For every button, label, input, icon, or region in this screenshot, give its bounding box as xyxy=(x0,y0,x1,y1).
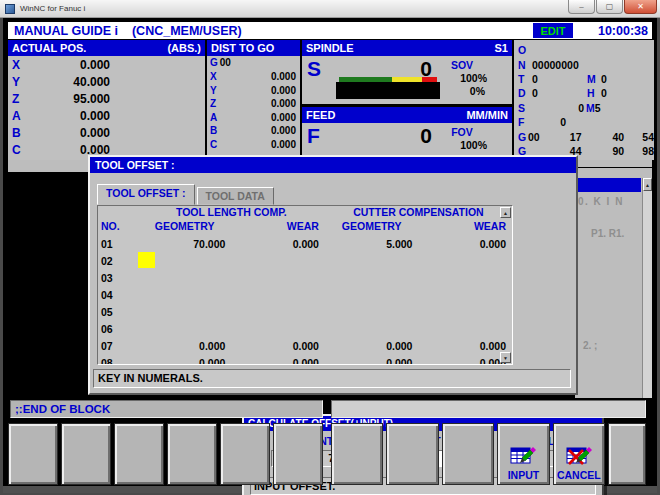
axis-letter: Y xyxy=(12,75,28,89)
softkey-blank-button[interactable] xyxy=(386,423,438,485)
window-title: WinNC for Fanuc i xyxy=(20,4,85,13)
dialog-title: TOOL OFFSET : xyxy=(90,157,576,173)
tab-tool-data[interactable]: TOOL DATA xyxy=(197,187,274,205)
softkey-blank-button[interactable] xyxy=(331,423,383,485)
o-label: O xyxy=(518,44,532,56)
softkey-input-button[interactable]: INPUT xyxy=(497,423,549,485)
softkey-blank-button[interactable] xyxy=(273,423,323,485)
m5-letter: M xyxy=(586,102,595,114)
axis-value: 0.000 xyxy=(220,71,300,82)
h-value: 0 xyxy=(601,87,607,99)
spindle-load-value: 0% xyxy=(437,85,485,97)
dist-to-go-header: DIST TO GO xyxy=(207,40,300,56)
spindle-title: SPINDLE xyxy=(306,42,354,54)
scroll-up-icon[interactable]: ▲ xyxy=(643,178,652,191)
offset-cell: 0.000 xyxy=(138,340,232,352)
softkey-blank-button[interactable] xyxy=(114,423,164,485)
table-scroll-down-icon[interactable]: ▼ xyxy=(500,352,511,363)
dialog-message: KEY IN NUMERALS. xyxy=(93,369,571,388)
clock: 10:00:38 xyxy=(584,24,648,38)
table-row[interactable]: 0170.0000.0005.0000.000 xyxy=(98,235,512,252)
g1-val-1: 40 xyxy=(582,131,625,143)
softkey-blank-button[interactable] xyxy=(608,423,646,485)
spindle-header: SPINDLE S1 xyxy=(302,40,512,56)
row-number: 05 xyxy=(98,306,138,318)
softkey-blank-button[interactable] xyxy=(61,423,111,485)
table-row[interactable]: 080.0000.0000.0000.000 xyxy=(98,354,512,365)
col-header-wear-1: WEAR xyxy=(231,220,325,235)
program-scrollbar[interactable]: ▲ xyxy=(642,178,652,398)
feed-override-label: FOV xyxy=(437,126,487,138)
softkey-cancel-button[interactable]: CANCEL xyxy=(553,423,605,485)
mode-badge: EDIT xyxy=(533,23,573,38)
col-header-geometry-1: GEOMETRY xyxy=(138,220,232,235)
axis-row: X0.000 xyxy=(8,56,205,73)
t-value: 0 xyxy=(532,73,587,85)
axis-value: 0.000 xyxy=(28,58,110,72)
row-number: 07 xyxy=(98,340,138,352)
axis-row: Y40.000 xyxy=(8,73,205,90)
feed-header: FEED MM/MIN xyxy=(302,107,512,123)
offset-cell: 0.000 xyxy=(231,340,325,352)
group-header-cutter: CUTTER COMPENSATION xyxy=(325,206,512,220)
softkey-blank-button[interactable] xyxy=(442,423,494,485)
program-window-header xyxy=(575,178,641,192)
row-number: 06 xyxy=(98,323,138,335)
table-row[interactable]: 05 xyxy=(98,303,512,320)
softkey-blank-button[interactable] xyxy=(220,423,270,485)
table-row[interactable]: 070.0000.0000.0000.000 xyxy=(98,337,512,354)
status-message-left: ;:END OF BLOCK xyxy=(10,400,323,418)
offset-cell: 0.000 xyxy=(418,340,512,352)
softkeys-right: INPUTCANCEL xyxy=(331,423,646,485)
offset-cell: 0.000 xyxy=(418,357,512,366)
axis-letter: Z xyxy=(12,92,28,106)
actual-pos-rows: X0.000Y40.000Z95.000A0.000B0.000C0.000 xyxy=(8,56,205,158)
g1-val-0: 17 xyxy=(546,131,582,143)
axis-row: Y0.000 xyxy=(207,84,300,98)
program-window: 0. K I N P1. R1. 2. ; ▲ xyxy=(575,160,652,398)
axis-row: B0.000 xyxy=(207,124,300,138)
axis-value: 0.000 xyxy=(220,139,300,150)
offset-cell: 0.000 xyxy=(325,357,419,366)
table-row[interactable]: 03 xyxy=(98,269,512,286)
close-button[interactable]: ✕ xyxy=(624,0,657,14)
dialog-tabs: TOOL OFFSET : TOOL DATA xyxy=(97,183,274,205)
offset-cell: 0.000 xyxy=(231,238,325,250)
program-line: P1. R1. xyxy=(591,228,624,239)
h-label: H xyxy=(587,87,601,99)
table-row[interactable]: 04 xyxy=(98,286,512,303)
maximize-button[interactable]: ▢ xyxy=(596,0,623,14)
cnc-header-bar: MANUAL GUIDE i (CNC_MEM/USER) EDIT 10:00… xyxy=(8,22,652,39)
minimize-button[interactable]: – xyxy=(568,0,595,14)
softkey-blank-button[interactable] xyxy=(8,423,58,485)
n-label: N xyxy=(518,59,532,71)
axis-row: A0.000 xyxy=(207,111,300,125)
feed-letter: F xyxy=(307,124,320,148)
axis-letter: B xyxy=(210,125,220,136)
table-row[interactable]: 02 xyxy=(98,252,512,269)
axis-letter: Y xyxy=(210,85,220,96)
table-column-headers: NO. GEOMETRY WEAR GEOMETRY WEAR xyxy=(98,220,512,235)
n-value: 00000000 xyxy=(532,59,579,71)
offset-cell: 0.000 xyxy=(418,238,512,250)
actual-pos-subtitle: (ABS.) xyxy=(167,42,201,54)
program-line: 2. ; xyxy=(583,340,597,351)
axis-letter: C xyxy=(210,139,220,150)
table-row[interactable]: 06 xyxy=(98,320,512,337)
app-icon xyxy=(5,4,15,14)
s-value: 0 xyxy=(532,102,584,114)
softkey-blank-button[interactable] xyxy=(167,423,217,485)
softkey-label: INPUT xyxy=(508,469,540,481)
axis-row: Z95.000 xyxy=(8,90,205,107)
axis-letter: A xyxy=(210,112,220,123)
tab-tool-offset[interactable]: TOOL OFFSET : xyxy=(97,184,195,205)
program-line: 0. K I N xyxy=(578,196,624,207)
g1-code: 00 xyxy=(528,131,546,143)
offset-cell: 0.000 xyxy=(231,357,325,366)
spindle-panel: SPINDLE S1 S 0 SOV 100% 0% xyxy=(302,40,512,104)
spindle-load-bar xyxy=(336,82,440,99)
offset-cell: 70.000 xyxy=(138,238,232,250)
status-message-right xyxy=(331,400,646,418)
offset-cell: 0.000 xyxy=(325,340,419,352)
table-scroll-up-icon[interactable]: ▲ xyxy=(500,207,511,218)
